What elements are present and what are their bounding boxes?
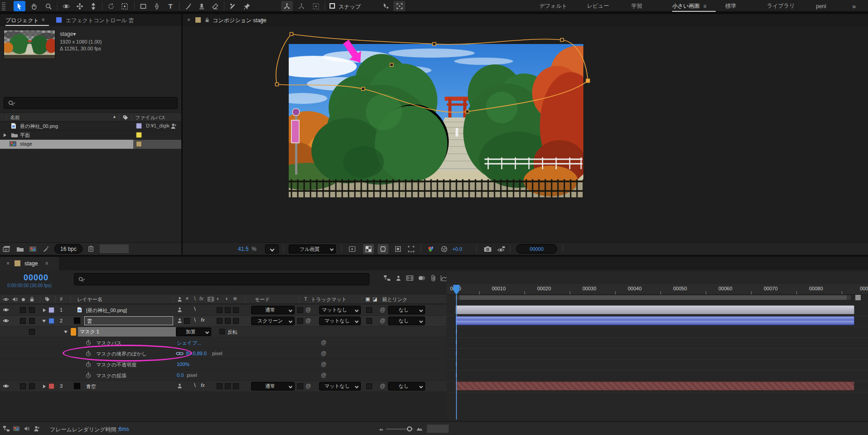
tab-effect-controls[interactable]: エフェクトコントロール 雲 bbox=[66, 17, 134, 24]
quality-switch-icon[interactable]: ∖ bbox=[193, 306, 196, 312]
solo-toggle-box[interactable] bbox=[29, 383, 35, 389]
camera-marquee-tool[interactable] bbox=[119, 1, 131, 11]
switch-box[interactable] bbox=[217, 307, 223, 313]
audio-toggle-box[interactable] bbox=[20, 307, 26, 313]
sort-ascending-icon[interactable]: ▲ bbox=[112, 114, 116, 119]
column-name[interactable]: 名前 bbox=[10, 114, 20, 121]
video-column-eye-icon[interactable] bbox=[3, 296, 9, 303]
puppet-starch-pin-tool[interactable] bbox=[296, 1, 307, 11]
label-color-chip[interactable] bbox=[136, 141, 142, 147]
adjust-icon[interactable] bbox=[43, 245, 49, 252]
composition-mini-icon[interactable] bbox=[13, 425, 20, 432]
layer-twirl-icon[interactable] bbox=[42, 320, 46, 323]
folder-twirl-icon[interactable] bbox=[4, 133, 6, 137]
audio-column-speaker-icon[interactable] bbox=[12, 296, 18, 303]
lock-icon[interactable] bbox=[204, 17, 210, 23]
layer-name-edit-box[interactable]: 雲 bbox=[84, 316, 173, 325]
item-name[interactable]: stage bbox=[20, 141, 32, 147]
layer-twirl-icon[interactable] bbox=[43, 385, 46, 388]
blend-mode-dropdown[interactable]: スクリーン bbox=[251, 317, 295, 325]
workspace-tab-default[interactable]: デフォルト bbox=[539, 0, 567, 12]
matte-pickwhip-icon[interactable]: @ bbox=[305, 318, 311, 324]
zoom-dropdown-button[interactable] bbox=[265, 244, 279, 254]
tab-project[interactable]: プロジェクト bbox=[5, 17, 39, 24]
paperclip-icon[interactable] bbox=[431, 274, 436, 282]
solo-column-icon[interactable] bbox=[22, 298, 25, 301]
tab-timeline-stage[interactable]: stage bbox=[24, 260, 38, 267]
preserve-transparency-box[interactable] bbox=[297, 318, 303, 324]
workspace-menu-icon[interactable]: ≡ bbox=[703, 3, 707, 10]
roto-brush-tool[interactable] bbox=[227, 1, 238, 11]
stopwatch-icon[interactable] bbox=[85, 339, 92, 346]
parent-pickwhip-icon[interactable]: @ bbox=[380, 307, 385, 313]
layer-visibility-eye-icon[interactable] bbox=[3, 307, 9, 313]
layer-name[interactable]: 青空 bbox=[86, 383, 96, 390]
column-track-matte[interactable]: トラックマット bbox=[311, 296, 347, 303]
number-column[interactable]: # bbox=[60, 296, 63, 302]
frame-blend-toggle-icon[interactable] bbox=[406, 275, 413, 281]
track-matte-dropdown[interactable]: マットなし bbox=[319, 317, 361, 325]
hand-tool[interactable] bbox=[28, 1, 40, 11]
channel-rgb-icon[interactable] bbox=[427, 246, 434, 252]
work-area-end-handle[interactable] bbox=[847, 295, 851, 300]
interpret-footage-icon[interactable] bbox=[3, 245, 12, 252]
snapshot-camera-icon[interactable] bbox=[484, 246, 492, 252]
switch-box[interactable] bbox=[184, 318, 190, 324]
current-frame-display[interactable]: 00000 bbox=[24, 273, 48, 283]
mask-expansion-row[interactable]: マスクの拡張 0.0 pixel @ bbox=[0, 370, 446, 381]
switch-box[interactable] bbox=[233, 307, 239, 313]
layer-visibility-eye-icon[interactable] bbox=[3, 318, 9, 324]
label-color-chip[interactable] bbox=[136, 123, 142, 129]
column-layer-name[interactable]: レイヤー名 bbox=[77, 296, 102, 303]
audio-toggle-box[interactable] bbox=[20, 383, 26, 389]
zoom-percent-value[interactable]: 41.5 bbox=[238, 246, 248, 252]
layer1-duration-bar[interactable] bbox=[456, 305, 854, 314]
column-mode[interactable]: モード bbox=[255, 296, 270, 303]
workspace-overflow-button[interactable]: » bbox=[852, 0, 856, 12]
timeline-zoom-slider-handle[interactable] bbox=[407, 426, 412, 431]
layer-label-chip[interactable] bbox=[48, 318, 54, 324]
workspace-tab-standard[interactable]: 標準 bbox=[725, 0, 736, 12]
audio-toggle-box[interactable] bbox=[20, 318, 26, 324]
zoom-in-mountain-icon[interactable] bbox=[416, 426, 423, 431]
shy-switch-icon[interactable] bbox=[177, 307, 183, 313]
fast-previews-icon[interactable] bbox=[349, 246, 356, 252]
resolution-dropdown[interactable]: フル画質 bbox=[289, 244, 336, 254]
exposure-value[interactable]: +0.0 bbox=[452, 246, 462, 252]
orbit-camera-tool[interactable] bbox=[60, 1, 72, 11]
stopwatch-icon[interactable] bbox=[85, 361, 92, 368]
workspace-tab-learn[interactable]: 学習 bbox=[631, 0, 642, 12]
switch-box[interactable] bbox=[225, 318, 231, 324]
parent-pickwhip-icon[interactable]: @ bbox=[380, 383, 385, 389]
clone-stamp-tool[interactable] bbox=[196, 1, 208, 11]
matte-toggle-box[interactable] bbox=[366, 318, 372, 324]
label-color-chip[interactable] bbox=[136, 132, 142, 138]
quality-switch-icon[interactable]: ∖ bbox=[193, 382, 196, 388]
work-area-right-nub[interactable] bbox=[855, 295, 861, 300]
switch-box[interactable] bbox=[217, 318, 223, 324]
mask-opacity-row[interactable]: マスクの不透明度 100% @ bbox=[0, 359, 446, 370]
workspace-tab-review[interactable]: レビュー bbox=[587, 0, 609, 12]
region-of-interest-icon[interactable] bbox=[395, 246, 401, 252]
matte-pickwhip-icon[interactable]: @ bbox=[305, 307, 311, 313]
parent-dropdown[interactable]: なし bbox=[388, 317, 425, 325]
layer-visibility-eye-icon[interactable] bbox=[3, 383, 9, 389]
property-value[interactable]: シェイプ... bbox=[177, 340, 201, 347]
audio-meter-icon[interactable] bbox=[24, 425, 30, 432]
label-column-tag-icon[interactable] bbox=[122, 114, 129, 121]
layer-row-3[interactable]: 3 青空 ∖ fx 通常 @ マットなし @ なし bbox=[0, 381, 446, 392]
switch-box[interactable] bbox=[217, 383, 223, 389]
preview-comp-name[interactable]: stage▾ bbox=[60, 31, 76, 37]
label-column-tag-icon[interactable] bbox=[44, 296, 50, 302]
switch-box[interactable] bbox=[233, 318, 239, 324]
pan-camera-tool[interactable] bbox=[74, 1, 86, 11]
property-value[interactable]: 100% bbox=[177, 362, 189, 367]
snap-checkbox[interactable] bbox=[329, 3, 335, 9]
transparency-grid-icon[interactable] bbox=[365, 246, 372, 252]
mask-toggle-box[interactable] bbox=[29, 329, 35, 335]
project-row-solids-folder[interactable]: 平面 bbox=[0, 131, 181, 140]
new-folder-icon[interactable] bbox=[16, 246, 24, 252]
solo-toggle-box[interactable] bbox=[29, 318, 35, 324]
brush-tool[interactable] bbox=[182, 1, 194, 11]
exposure-shutter-icon[interactable] bbox=[441, 246, 447, 252]
